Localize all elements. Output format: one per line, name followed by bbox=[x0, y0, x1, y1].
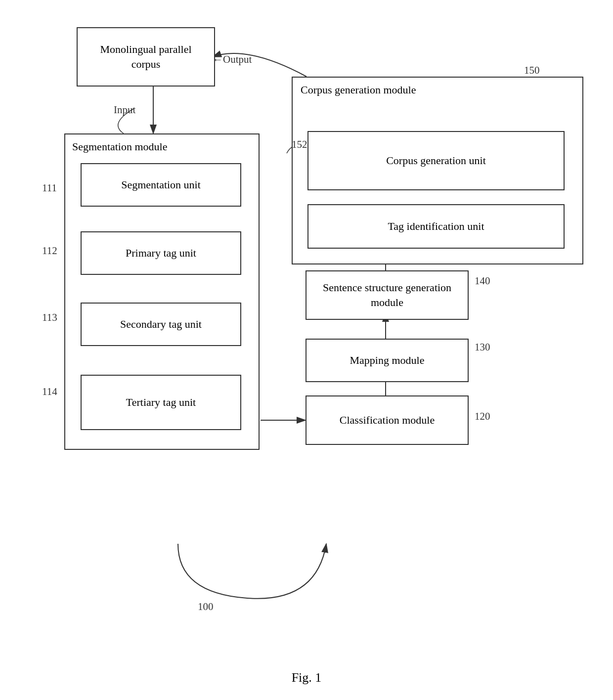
input-label: Input bbox=[114, 104, 135, 116]
primary-tag-label: Primary tag unit bbox=[126, 246, 196, 261]
corpus-gen-unit-box: Corpus generation unit bbox=[307, 131, 565, 190]
mapping-module-label: Mapping module bbox=[350, 353, 425, 368]
ref-150: 150 bbox=[524, 64, 540, 77]
monolingual-corpus-label: Monolingual parallel corpus bbox=[100, 42, 191, 71]
ref-130: 130 bbox=[475, 341, 490, 353]
secondary-tag-label: Secondary tag unit bbox=[120, 317, 202, 332]
sentence-structure-label: Sentence structure generation module bbox=[323, 280, 451, 309]
tag-identification-box: Tag identification unit bbox=[307, 204, 565, 249]
output-label: ←Output bbox=[213, 53, 252, 66]
segmentation-unit-box: Segmentation unit bbox=[81, 163, 241, 207]
sentence-structure-box: Sentence structure generation module bbox=[306, 270, 469, 320]
monolingual-corpus-box: Monolingual parallel corpus bbox=[77, 27, 215, 87]
classification-module-label: Classification module bbox=[340, 413, 435, 428]
primary-tag-box: Primary tag unit bbox=[81, 231, 241, 275]
corpus-gen-unit-label: Corpus generation unit bbox=[386, 153, 486, 168]
corpus-gen-module-label: Corpus generation module bbox=[301, 83, 416, 97]
ref-100: 100 bbox=[198, 601, 214, 613]
segmentation-unit-label: Segmentation unit bbox=[121, 177, 201, 192]
ref-113: 113 bbox=[42, 311, 57, 324]
segmentation-module-label: Segmentation module bbox=[72, 139, 167, 154]
secondary-tag-box: Secondary tag unit bbox=[81, 303, 241, 346]
ref-114: 114 bbox=[42, 386, 57, 398]
ref-112: 112 bbox=[42, 245, 57, 257]
ref-111: 111 bbox=[42, 182, 57, 194]
tag-identification-label: Tag identification unit bbox=[388, 219, 484, 234]
mapping-module-box: Mapping module bbox=[306, 339, 469, 382]
tertiary-tag-label: Tertiary tag unit bbox=[126, 395, 196, 410]
ref-152: 152 bbox=[292, 138, 307, 151]
ref-120: 120 bbox=[475, 410, 490, 423]
tertiary-tag-box: Tertiary tag unit bbox=[81, 375, 241, 430]
ref-140: 140 bbox=[475, 275, 490, 287]
fig-label: Fig. 1 bbox=[292, 670, 322, 685]
classification-module-box: Classification module bbox=[306, 395, 469, 445]
